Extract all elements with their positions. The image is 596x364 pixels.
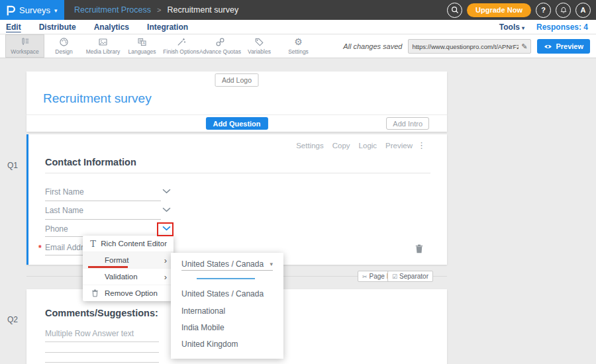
format-select[interactable]: United States / Canada ▾ <box>181 258 273 271</box>
toolbar-item-advance-quotas[interactable]: Advance Quotas <box>201 34 240 58</box>
annotation-box-phone-chevron <box>157 222 174 236</box>
surveys-menu-label: Surveys <box>19 5 50 15</box>
format-option-india-mobile[interactable]: India Mobile <box>181 323 224 332</box>
menu-item-rich-content-editor[interactable]: T Rich Content Editor <box>83 236 174 252</box>
toolbar-item-label: Settings <box>288 48 309 55</box>
add-question-button[interactable]: Add Question <box>205 117 268 130</box>
toolbar-item-label: Languages <box>128 48 156 55</box>
edit-url-icon[interactable]: ✎ <box>521 42 527 51</box>
add-logo-button[interactable]: Add Logo <box>215 73 259 87</box>
toolbar-item-label: Media Library <box>86 48 121 55</box>
trash-icon <box>90 289 100 297</box>
field-underline <box>45 201 161 201</box>
question-2-title[interactable]: Comments/Suggestions: <box>45 308 158 318</box>
toolbar-item-settings[interactable]: ⚙ Settings <box>279 34 318 58</box>
menu-item-label: Format <box>105 256 160 264</box>
scissors-icon: ✂ <box>362 273 368 280</box>
tab-edit[interactable]: Edit <box>6 23 21 32</box>
editor-toolbar: Workspace Design Media Library A Languag… <box>0 34 596 58</box>
question-settings-link[interactable]: Settings <box>296 142 324 150</box>
breadcrumb-parent-link[interactable]: Recruitment Process <box>74 5 151 15</box>
question-number-q2: Q2 <box>7 315 18 324</box>
chevron-down-icon[interactable] <box>162 207 171 212</box>
answer-line <box>45 341 159 342</box>
survey-url-field[interactable]: https://www.questionpro.com/t/APNrFZ ✎ <box>408 39 531 54</box>
caret-down-icon: ▾ <box>270 261 273 267</box>
breadcrumb-current: Recruitment survey <box>167 5 238 15</box>
toolbar-right: All changes saved https://www.questionpr… <box>343 34 590 58</box>
section-tabs: Edit Distribute Analytics Integration <box>0 23 188 32</box>
questionpro-logo-icon <box>5 5 15 16</box>
question-logic-link[interactable]: Logic <box>359 142 377 150</box>
toolbar-item-label: Variables <box>248 48 271 55</box>
toolbar-item-label: Design <box>55 48 72 55</box>
finish-options-icon <box>176 37 186 47</box>
tab-integration[interactable]: Integration <box>147 23 188 32</box>
notifications-button[interactable] <box>556 3 571 18</box>
help-button[interactable]: ? <box>536 3 551 18</box>
field-label-phone[interactable]: Phone <box>45 224 68 234</box>
topbar-actions: Upgrade Now ? A <box>447 0 591 20</box>
preview-button[interactable]: Preview <box>537 39 590 54</box>
languages-icon: A <box>137 37 147 47</box>
surveys-product-menu[interactable]: Surveys ▾ <box>0 0 64 20</box>
question-preview-link[interactable]: Preview <box>385 142 413 150</box>
user-avatar[interactable]: A <box>575 3 591 18</box>
advance-quotas-icon <box>215 37 225 47</box>
tools-menu[interactable]: Tools▾ <box>499 23 524 32</box>
menu-item-validation[interactable]: Validation › <box>83 269 174 285</box>
breadcrumb: Recruitment Process > Recruitment survey <box>74 5 238 15</box>
responses-count-link[interactable]: Responses: 4 <box>536 23 588 32</box>
search-button[interactable] <box>447 3 462 18</box>
toolbar-item-variables[interactable]: Variables <box>240 34 279 58</box>
toolbar-item-workspace[interactable]: Workspace <box>5 34 44 58</box>
caret-down-icon: ▾ <box>54 7 58 14</box>
toolbar-item-design[interactable]: Design <box>44 34 83 58</box>
toolbar-item-label: Advance Quotas <box>199 48 241 55</box>
trash-icon[interactable] <box>415 244 423 253</box>
help-icon: ? <box>541 6 546 14</box>
required-asterisk: * <box>38 244 42 253</box>
toolbar-item-languages[interactable]: A Languages <box>123 34 162 58</box>
submenu-accent-line <box>197 278 255 279</box>
answer-placeholder[interactable]: Multiple Row Answer text <box>45 329 134 338</box>
toolbar-item-finish-options[interactable]: Finish Options <box>162 34 201 58</box>
search-icon <box>451 6 459 14</box>
text-format-icon: T <box>90 239 96 249</box>
survey-url-value: https://www.questionpro.com/t/APNrFZ <box>412 43 519 50</box>
format-option-united-kingdom[interactable]: United Kingdom <box>181 340 238 349</box>
format-option-us-canada[interactable]: United States / Canada <box>181 289 264 298</box>
menu-item-remove-option[interactable]: Remove Option <box>83 285 174 301</box>
field-label-last-name[interactable]: Last Name <box>45 206 83 215</box>
topbar: Surveys ▾ Recruitment Process > Recruitm… <box>0 0 596 20</box>
separator-label: Separator <box>399 273 428 280</box>
menu-item-label: Validation <box>105 273 160 281</box>
menu-item-label: Remove Option <box>105 289 167 297</box>
tab-analytics[interactable]: Analytics <box>94 23 129 32</box>
answer-line <box>45 352 159 353</box>
tab-distribute[interactable]: Distribute <box>39 23 76 32</box>
menu-item-label: Rich Content Editor <box>101 240 167 248</box>
question-copy-link[interactable]: Copy <box>332 142 350 150</box>
chevron-down-icon[interactable] <box>162 189 171 194</box>
eye-icon <box>544 44 552 50</box>
toolbar-item-media-library[interactable]: Media Library <box>83 34 123 58</box>
survey-canvas: Q1 Q2 Add Logo Recruitment survey Add Qu… <box>0 58 596 364</box>
format-submenu: United States / Canada ▾ United States /… <box>171 253 283 359</box>
answer-line <box>45 362 159 363</box>
survey-title[interactable]: Recruitment survey <box>43 91 152 106</box>
separator-button[interactable]: ☑ Separator <box>387 271 433 282</box>
breadcrumb-separator-icon: > <box>157 6 161 14</box>
field-context-menu: T Rich Content Editor Format › Validatio… <box>83 236 174 301</box>
gear-icon: ⚙ <box>294 37 303 47</box>
upgrade-now-button[interactable]: Upgrade Now <box>467 3 531 17</box>
avatar-initial: A <box>581 6 586 14</box>
field-label-first-name[interactable]: First Name <box>45 187 84 197</box>
add-intro-button[interactable]: Add Intro <box>386 117 429 130</box>
question-1-title[interactable]: Contact Information <box>45 157 136 167</box>
format-option-international[interactable]: International <box>181 306 225 316</box>
section-tabbar: Edit Distribute Analytics Integration To… <box>0 20 596 34</box>
kebab-menu-icon[interactable]: ⋮ <box>417 140 426 150</box>
design-icon <box>59 37 69 47</box>
tools-label: Tools <box>499 23 520 32</box>
